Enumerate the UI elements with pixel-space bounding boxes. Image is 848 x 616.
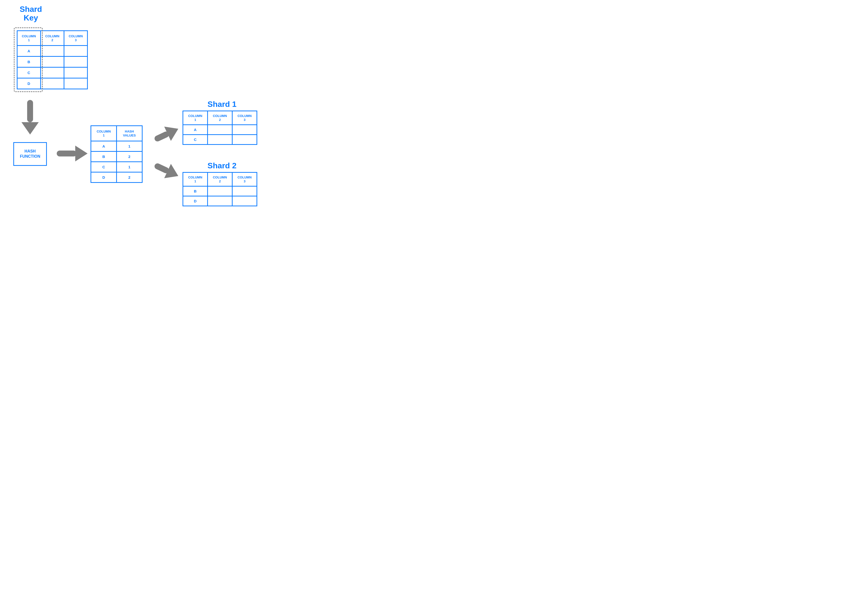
hash-header-2: HASHVALUES (117, 126, 142, 141)
hash-val: 1 (117, 162, 142, 172)
s2-cell: B (183, 186, 208, 196)
table-row: A (183, 125, 257, 135)
s1-cell: A (183, 125, 208, 135)
shard1-table: COLUMN1 COLUMN2 COLUMN3 A C (182, 111, 257, 145)
table-row: D (17, 78, 87, 89)
src-cell: C (17, 67, 41, 78)
svg-rect-0 (27, 100, 33, 122)
src-header-1: COLUMN1 (17, 31, 41, 46)
src-cell: B (17, 56, 41, 67)
hash-key: D (91, 172, 117, 183)
table-row: A (17, 46, 87, 56)
s2-header-1: COLUMN1 (183, 172, 208, 186)
table-row: A1 (91, 141, 142, 151)
hash-key: A (91, 141, 117, 151)
arrow-right-icon (55, 144, 87, 163)
hash-val: 2 (117, 151, 142, 162)
table-row: B (17, 56, 87, 67)
shard2-title: Shard 2 (197, 162, 247, 170)
src-cell: A (17, 46, 41, 56)
s1-cell: C (183, 135, 208, 145)
table-row: D2 (91, 172, 142, 183)
s2-header-3: COLUMN3 (232, 172, 257, 186)
hash-table: COLUMN1 HASHVALUES A1 B2 C1 D2 (90, 125, 142, 183)
svg-marker-7 (164, 164, 179, 183)
svg-rect-2 (57, 151, 77, 156)
shard1-title: Shard 1 (197, 100, 247, 108)
table-row: C (17, 67, 87, 78)
hash-key: C (91, 162, 117, 172)
s1-header-3: COLUMN3 (232, 111, 257, 125)
s2-header-2: COLUMN2 (208, 172, 232, 186)
hash-function-box: HASHFUNCTION (13, 142, 47, 166)
svg-marker-3 (75, 145, 87, 162)
s1-header-1: COLUMN1 (183, 111, 208, 125)
shard2-table: COLUMN1 COLUMN2 COLUMN3 B D (182, 172, 257, 206)
src-header-3: COLUMN3 (64, 31, 87, 46)
src-header-2: COLUMN2 (41, 31, 64, 46)
hash-function-label: HASHFUNCTION (20, 149, 40, 159)
table-row: B2 (91, 151, 142, 162)
shard-key-title: ShardKey (15, 5, 47, 22)
hash-val: 1 (117, 141, 142, 151)
table-row: C1 (91, 162, 142, 172)
arrow-up-right-icon (153, 122, 179, 147)
arrow-down-right-icon (153, 158, 179, 183)
table-row: B (183, 186, 257, 196)
arrow-down-icon (20, 98, 40, 135)
s1-header-2: COLUMN2 (208, 111, 232, 125)
src-cell: D (17, 78, 41, 89)
table-row: D (183, 196, 257, 206)
hash-val: 2 (117, 172, 142, 183)
source-table: COLUMN1 COLUMN2 COLUMN3 A B C D (17, 30, 88, 89)
table-row: C (183, 135, 257, 145)
hash-key: B (91, 151, 117, 162)
svg-marker-5 (164, 122, 179, 141)
s2-cell: D (183, 196, 208, 206)
hash-header-1: COLUMN1 (91, 126, 117, 141)
svg-marker-1 (21, 122, 39, 135)
